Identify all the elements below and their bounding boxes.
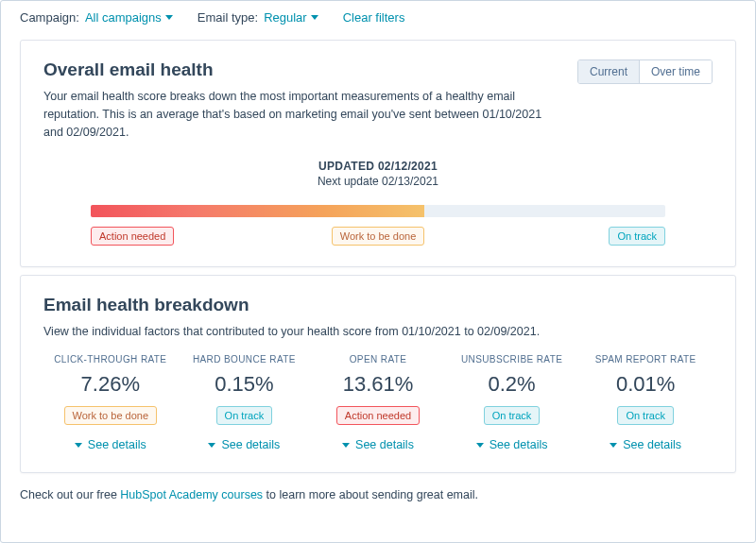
metric-label: HARD BOUNCE RATE [178, 354, 312, 365]
see-details-link[interactable]: See details [342, 438, 414, 451]
chevron-down-icon [476, 443, 484, 448]
chevron-down-icon [342, 443, 350, 448]
campaign-value: All campaigns [85, 10, 162, 25]
see-details-link[interactable]: See details [610, 438, 681, 451]
metric-value: 0.01% [578, 372, 713, 397]
footer-post: to learn more about sending great email. [263, 488, 478, 501]
tab-current[interactable]: Current [578, 60, 639, 83]
updated-date: UPDATED 02/12/2021 [43, 160, 713, 173]
metric: UNSUBSCRIBE RATE0.2%On trackSee details [445, 354, 579, 451]
see-details-link[interactable]: See details [476, 438, 548, 451]
chevron-down-icon [610, 443, 617, 448]
metric: SPAM REPORT RATE0.01%On trackSee details [578, 354, 713, 451]
metric-value: 0.2% [445, 372, 579, 397]
breakdown-card: Email health breakdown View the individu… [20, 275, 736, 473]
metric-label: UNSUBSCRIBE RATE [445, 354, 579, 365]
tab-over-time[interactable]: Over time [639, 60, 712, 83]
health-bar [91, 205, 665, 217]
scale-on-track: On track [609, 227, 665, 246]
metric: OPEN RATE13.61%Action neededSee details [311, 354, 445, 451]
chevron-down-icon [165, 15, 173, 20]
breakdown-title: Email health breakdown [43, 295, 713, 315]
metric-value: 7.26% [43, 372, 178, 397]
next-update-date: Next update 02/13/2021 [43, 175, 713, 188]
metric-value: 0.15% [178, 372, 312, 397]
see-details-link[interactable]: See details [75, 438, 146, 451]
metric-label: OPEN RATE [311, 354, 445, 365]
chevron-down-icon [208, 443, 215, 448]
see-details-link[interactable]: See details [208, 438, 280, 451]
status-badge: Action needed [336, 406, 420, 425]
clear-filters-link[interactable]: Clear filters [343, 10, 405, 25]
campaign-label: Campaign: [20, 10, 79, 25]
metric: CLICK-THROUGH RATE7.26%Work to be doneSe… [43, 354, 178, 451]
health-bar-scale: Action needed Work to be done On track [91, 227, 665, 246]
status-badge: On track [484, 406, 541, 425]
footer-pre: Check out our free [20, 488, 120, 501]
scale-work-to-be-done: Work to be done [332, 227, 425, 246]
footer-note: Check out our free HubSpot Academy cours… [1, 481, 755, 513]
email-type-value: Regular [264, 10, 307, 25]
metrics-row: CLICK-THROUGH RATE7.26%Work to be doneSe… [43, 354, 713, 451]
overall-desc: Your email health score breaks down the … [43, 88, 562, 141]
status-badge: Work to be done [64, 406, 158, 425]
campaign-dropdown[interactable]: All campaigns [85, 10, 173, 25]
scale-action-needed: Action needed [91, 227, 174, 246]
email-type-label: Email type: [198, 10, 258, 25]
overall-title: Overall email health [43, 59, 562, 80]
health-bar-fill [91, 205, 424, 217]
academy-link[interactable]: HubSpot Academy courses [120, 488, 263, 501]
chevron-down-icon [311, 15, 318, 20]
time-segment: Current Over time [577, 59, 713, 84]
filter-bar: Campaign: All campaigns Email type: Regu… [1, 1, 755, 32]
metric: HARD BOUNCE RATE0.15%On trackSee details [178, 354, 312, 451]
overall-health-card: Overall email health Your email health s… [20, 40, 736, 267]
status-badge: On track [617, 406, 674, 425]
metric-label: SPAM REPORT RATE [578, 354, 713, 365]
status-badge: On track [216, 406, 273, 425]
breakdown-desc: View the individual factors that contrib… [43, 323, 713, 341]
metric-value: 13.61% [311, 372, 445, 397]
email-type-dropdown[interactable]: Regular [264, 10, 318, 25]
metric-label: CLICK-THROUGH RATE [43, 354, 178, 365]
chevron-down-icon [75, 443, 82, 448]
update-info: UPDATED 02/12/2021 Next update 02/13/202… [43, 160, 713, 188]
